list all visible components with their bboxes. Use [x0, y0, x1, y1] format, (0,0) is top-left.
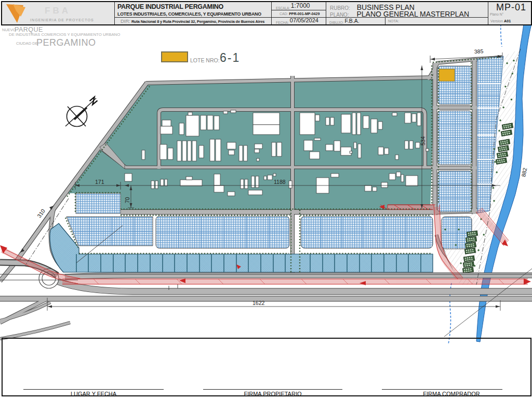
svg-text:FBA: FBA [45, 6, 71, 16]
svg-text:171: 171 [95, 179, 104, 185]
svg-text:310: 310 [36, 208, 46, 219]
svg-text:385: 385 [474, 48, 483, 55]
svg-text:534: 534 [420, 136, 426, 145]
svg-text:70: 70 [124, 197, 130, 203]
svg-text:1188: 1188 [274, 179, 286, 185]
svg-text:1622: 1622 [252, 300, 265, 306]
svg-text:882: 882 [520, 167, 528, 178]
svg-text:INGENIERIA DE PROYECTOS: INGENIERIA DE PROYECTOS [30, 18, 94, 22]
